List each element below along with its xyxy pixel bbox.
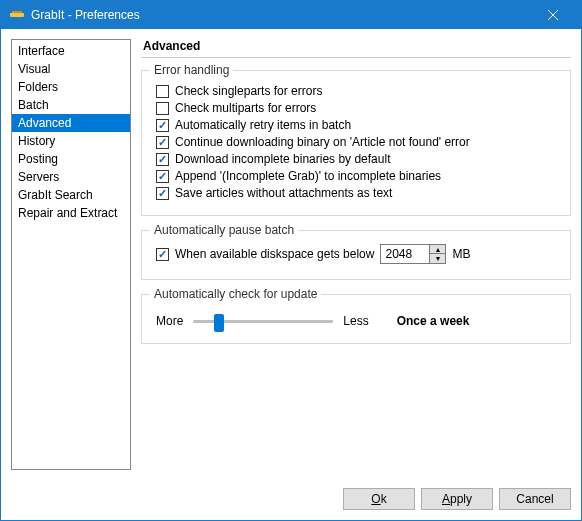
apply-button[interactable]: Apply [421, 488, 493, 510]
update-frequency-slider[interactable] [193, 311, 333, 331]
check-row: Append '(Incomplete Grab)' to incomplete… [156, 169, 560, 183]
category-list: InterfaceVisualFoldersBatchAdvancedHisto… [11, 39, 131, 470]
diskspace-spinner[interactable]: ▲ ▼ [380, 244, 446, 264]
checkbox[interactable] [156, 119, 169, 132]
check-row: Save articles without attachments as tex… [156, 186, 560, 200]
main-panel: Advanced Error handling Check singlepart… [141, 39, 571, 470]
error-handling-group: Error handling Check singleparts for err… [141, 70, 571, 216]
ok-button[interactable]: Ok [343, 488, 415, 510]
pause-batch-group: Automatically pause batch When available… [141, 230, 571, 280]
checkbox[interactable] [156, 170, 169, 183]
check-row: Check singleparts for errors [156, 84, 560, 98]
svg-rect-0 [10, 13, 24, 17]
check-row: Check multiparts for errors [156, 101, 560, 115]
diskspace-unit: MB [452, 247, 470, 261]
sidebar-item-repair-and-extract[interactable]: Repair and Extract [12, 204, 130, 222]
error-handling-legend: Error handling [150, 63, 233, 77]
titlebar: GrabIt - Preferences [1, 1, 581, 29]
checkbox[interactable] [156, 153, 169, 166]
pause-batch-legend: Automatically pause batch [150, 223, 298, 237]
pause-batch-label: When available diskspace gets below [175, 247, 374, 261]
checkbox-label: Check singleparts for errors [175, 84, 322, 98]
page-heading: Advanced [141, 39, 571, 53]
sidebar-item-visual[interactable]: Visual [12, 60, 130, 78]
close-button[interactable] [533, 1, 573, 29]
update-check-legend: Automatically check for update [150, 287, 321, 301]
sidebar-item-grabit-search[interactable]: GrabIt Search [12, 186, 130, 204]
slider-less-label: Less [343, 314, 368, 328]
sidebar-item-advanced[interactable]: Advanced [12, 114, 130, 132]
window-title: GrabIt - Preferences [31, 8, 533, 22]
checkbox[interactable] [156, 187, 169, 200]
svg-rect-1 [12, 11, 22, 13]
cancel-button[interactable]: Cancel [499, 488, 571, 510]
divider [141, 57, 571, 58]
checkbox-label: Download incomplete binaries by default [175, 152, 390, 166]
pause-batch-checkbox[interactable] [156, 248, 169, 261]
sidebar-item-interface[interactable]: Interface [12, 42, 130, 60]
checkbox-label: Continue downloading binary on 'Article … [175, 135, 470, 149]
diskspace-input[interactable] [381, 245, 429, 263]
dialog-footer: Ok Apply Cancel [1, 480, 581, 520]
sidebar-item-batch[interactable]: Batch [12, 96, 130, 114]
dialog-body: InterfaceVisualFoldersBatchAdvancedHisto… [1, 29, 581, 480]
checkbox-label: Automatically retry items in batch [175, 118, 351, 132]
app-icon [9, 7, 25, 23]
checkbox-label: Save articles without attachments as tex… [175, 186, 392, 200]
slider-more-label: More [156, 314, 183, 328]
sidebar-item-folders[interactable]: Folders [12, 78, 130, 96]
check-row: Automatically retry items in batch [156, 118, 560, 132]
sidebar-item-servers[interactable]: Servers [12, 168, 130, 186]
checkbox[interactable] [156, 136, 169, 149]
sidebar-item-posting[interactable]: Posting [12, 150, 130, 168]
update-frequency-value: Once a week [397, 314, 470, 328]
sidebar-item-history[interactable]: History [12, 132, 130, 150]
slider-thumb[interactable] [214, 314, 224, 332]
checkbox[interactable] [156, 85, 169, 98]
checkbox-label: Check multiparts for errors [175, 101, 316, 115]
checkbox[interactable] [156, 102, 169, 115]
spinner-down-icon[interactable]: ▼ [430, 254, 445, 263]
checkbox-label: Append '(Incomplete Grab)' to incomplete… [175, 169, 441, 183]
check-row: Download incomplete binaries by default [156, 152, 560, 166]
update-check-group: Automatically check for update More Less… [141, 294, 571, 344]
check-row: Continue downloading binary on 'Article … [156, 135, 560, 149]
spinner-up-icon[interactable]: ▲ [430, 245, 445, 254]
preferences-window: GrabIt - Preferences InterfaceVisualFold… [0, 0, 582, 521]
